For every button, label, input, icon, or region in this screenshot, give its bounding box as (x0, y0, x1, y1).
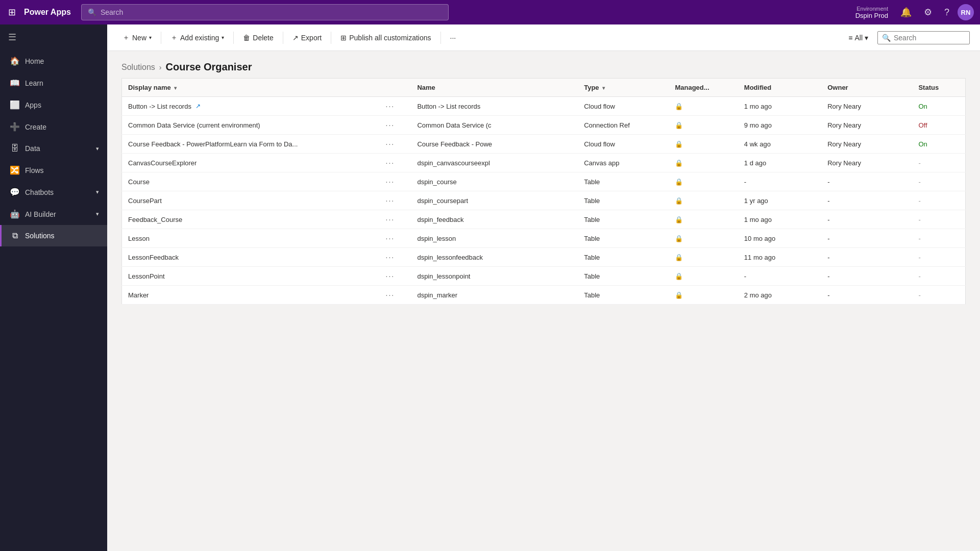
cell-status: Off (912, 116, 965, 135)
cell-row-menu[interactable]: ··· (380, 135, 411, 154)
table-header-row: Display name ▾ Name Type ▾ Managed... Mo… (122, 79, 966, 97)
add-existing-button[interactable]: ＋ Add existing ▾ (165, 30, 229, 45)
table-row[interactable]: Feedback_Course ···dspin_feedbackTable🔒1… (122, 210, 966, 229)
cell-owner: - (821, 229, 912, 248)
table-row[interactable]: Lesson ···dspin_lessonTable🔒10 mo ago-- (122, 229, 966, 248)
settings-icon[interactable]: ⚙ (920, 5, 936, 20)
cell-row-menu[interactable]: ··· (380, 286, 411, 305)
row-context-menu-button[interactable]: ··· (386, 272, 395, 280)
row-context-menu-button[interactable]: ··· (386, 178, 395, 186)
row-context-menu-button[interactable]: ··· (386, 291, 395, 299)
waffle-menu-icon[interactable]: ⊞ (6, 5, 18, 20)
table-row[interactable]: Marker ···dspin_markerTable🔒2 mo ago-- (122, 286, 966, 305)
sidebar-item-data[interactable]: 🗄 Data ▾ (0, 138, 107, 159)
delete-button[interactable]: 🗑 Delete (238, 31, 278, 45)
cell-row-menu[interactable]: ··· (380, 154, 411, 172)
filter-button[interactable]: ≡ All ▾ (843, 31, 873, 44)
sidebar-item-label: Home (25, 57, 44, 65)
delete-label: Delete (253, 34, 273, 42)
cell-row-menu[interactable]: ··· (380, 97, 411, 116)
table-row[interactable]: Course ···dspin_courseTable🔒--- (122, 172, 966, 191)
separator (233, 32, 234, 44)
lock-icon: 🔒 (675, 159, 683, 167)
table-row[interactable]: LessonPoint ···dspin_lessonpointTable🔒--… (122, 267, 966, 286)
cell-modified: 9 mo ago (738, 116, 821, 135)
sidebar-item-ai-builder[interactable]: 🤖 AI Builder ▾ (0, 203, 107, 225)
cell-type: Table (578, 286, 669, 305)
search-icon: 🔍 (88, 8, 96, 16)
cell-modified: 1 yr ago (738, 191, 821, 210)
table-row[interactable]: CoursePart ···dspin_coursepartTable🔒1 yr… (122, 191, 966, 210)
table-row[interactable]: Course Feedback - PowerPlatformLearn via… (122, 135, 966, 154)
cell-row-menu[interactable]: ··· (380, 172, 411, 191)
row-context-menu-button[interactable]: ··· (386, 215, 395, 223)
cell-display-name: Course (122, 172, 380, 191)
cell-display-name: Lesson (122, 229, 380, 248)
more-button[interactable]: ··· (445, 31, 461, 45)
cell-status: On (912, 97, 965, 116)
cell-row-menu[interactable]: ··· (380, 191, 411, 210)
cell-status: - (912, 229, 965, 248)
help-icon[interactable]: ? (940, 5, 953, 20)
row-context-menu-button[interactable]: ··· (386, 196, 395, 205)
sidebar-item-apps[interactable]: ⬜ Apps (0, 94, 107, 116)
sidebar-item-learn[interactable]: 📖 Learn (0, 72, 107, 94)
user-avatar[interactable]: RN (958, 4, 974, 20)
global-search-input[interactable] (101, 8, 442, 16)
cell-row-menu[interactable]: ··· (380, 210, 411, 229)
sidebar-item-flows[interactable]: 🔀 Flows (0, 159, 107, 181)
table-row[interactable]: Button -> List records ↗ ···Button -> Li… (122, 97, 966, 116)
cell-managed: 🔒 (669, 248, 738, 267)
col-header-owner: Owner (821, 79, 912, 97)
cell-display-name: Feedback_Course (122, 210, 380, 229)
col-header-type[interactable]: Type ▾ (578, 79, 669, 97)
sidebar-toggle-button[interactable]: ☰ (0, 24, 107, 50)
cell-row-menu[interactable]: ··· (380, 267, 411, 286)
row-context-menu-button[interactable]: ··· (386, 234, 395, 242)
sidebar-item-create[interactable]: ➕ Create (0, 116, 107, 138)
cell-type: Table (578, 172, 669, 191)
cell-row-menu[interactable]: ··· (380, 229, 411, 248)
table-row[interactable]: CanvasCourseExplorer ···dspin_canvascour… (122, 154, 966, 172)
col-header-display-name[interactable]: Display name ▾ (122, 79, 380, 97)
cell-owner: - (821, 191, 912, 210)
external-link-icon[interactable]: ↗ (195, 103, 201, 110)
environment-label: Environment (856, 6, 888, 12)
display-name-text: LessonFeedback (128, 254, 179, 261)
cell-managed: 🔒 (669, 267, 738, 286)
status-badge: - (918, 216, 920, 223)
solutions-table: Display name ▾ Name Type ▾ Managed... Mo… (121, 78, 966, 305)
row-context-menu-button[interactable]: ··· (386, 140, 395, 148)
ai-builder-icon: 🤖 (10, 209, 20, 219)
sidebar-item-chatbots[interactable]: 💬 Chatbots ▾ (0, 181, 107, 203)
sidebar-item-label: Flows (25, 166, 44, 174)
lock-icon: 🔒 (675, 178, 683, 186)
top-navigation: ⊞ Power Apps 🔍 Environment Dspin Prod 🔔 … (0, 0, 980, 24)
row-context-menu-button[interactable]: ··· (386, 121, 395, 129)
row-context-menu-button[interactable]: ··· (386, 102, 395, 110)
global-search-box[interactable]: 🔍 (81, 4, 449, 20)
cell-owner: - (821, 248, 912, 267)
table-search-input[interactable] (894, 34, 965, 42)
row-context-menu-button[interactable]: ··· (386, 253, 395, 261)
publish-button[interactable]: ⊞ Publish all customizations (335, 31, 436, 45)
col-header-status: Status (912, 79, 965, 97)
learn-icon: 📖 (10, 78, 20, 88)
new-button[interactable]: ＋ New ▾ (117, 30, 157, 45)
breadcrumb-parent-link[interactable]: Solutions (121, 63, 155, 72)
table-search-box[interactable]: 🔍 (877, 31, 970, 44)
notifications-icon[interactable]: 🔔 (896, 5, 916, 20)
cell-modified: 2 mo ago (738, 286, 821, 305)
apps-icon: ⬜ (10, 100, 20, 110)
table-row[interactable]: LessonFeedback ···dspin_lessonfeedbackTa… (122, 248, 966, 267)
cell-row-menu[interactable]: ··· (380, 248, 411, 267)
cell-type: Table (578, 229, 669, 248)
cell-owner: Rory Neary (821, 154, 912, 172)
environment-selector[interactable]: Environment Dspin Prod (855, 6, 888, 19)
row-context-menu-button[interactable]: ··· (386, 159, 395, 167)
cell-row-menu[interactable]: ··· (380, 116, 411, 135)
sidebar-item-solutions[interactable]: ⧉ Solutions (0, 225, 107, 246)
export-button[interactable]: ↗ Export (287, 31, 327, 45)
sidebar-item-home[interactable]: 🏠 Home (0, 50, 107, 72)
table-row[interactable]: Common Data Service (current environment… (122, 116, 966, 135)
